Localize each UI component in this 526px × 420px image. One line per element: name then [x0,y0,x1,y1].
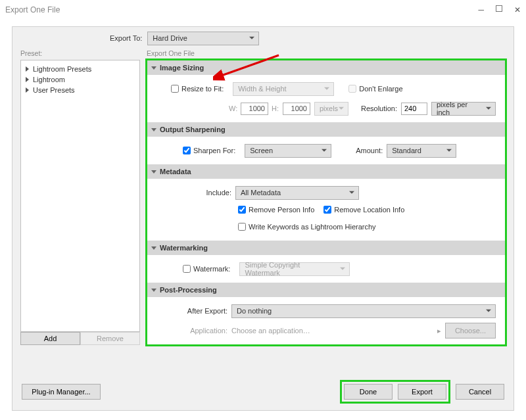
section-header-watermarking[interactable]: Watermarking [147,241,505,255]
section-title: Output Sharpening [160,126,226,133]
section-header-post-processing[interactable]: Post-Processing [147,283,505,297]
expand-icon [26,87,29,93]
remove-person-info-checkbox[interactable]: Remove Person Info [238,206,314,214]
choose-application-button[interactable]: Choose... [445,323,496,338]
section-header-metadata[interactable]: Metadata [147,164,505,179]
window-title: Export One File [5,5,60,14]
chevron-down-icon [446,149,452,152]
watermark-value: Simple Copyright Watermark [245,261,335,277]
resize-mode-dropdown[interactable]: Width & Height [233,82,334,96]
panel-label: Export One File [147,49,506,57]
expand-icon: ▸ [437,327,441,335]
preset-list[interactable]: Lightroom Presets Lightroom User Presets [20,60,140,332]
preset-item-lightroom[interactable]: Lightroom [24,74,137,85]
include-label: Include: [156,189,235,197]
collapse-icon [151,128,156,131]
cancel-button[interactable]: Cancel [456,384,504,400]
dont-enlarge-checkbox[interactable]: Don't Enlarge [348,85,402,93]
primary-buttons-highlight: Done Export [340,380,450,404]
after-export-label: After Export: [156,307,231,315]
resize-mode-value: Width & Height [238,85,286,93]
section-title: Image Sizing [160,64,204,72]
remove-preset-button[interactable]: Remove [80,332,140,345]
chevron-down-icon [340,268,345,270]
maximize-button[interactable] [496,5,502,12]
plugin-manager-button[interactable]: Plug-in Manager... [22,384,101,400]
height-label: H: [268,105,283,112]
preset-item-label: Lightroom Presets [33,65,91,73]
chevron-down-icon [486,310,491,312]
export-to-dropdown[interactable]: Hard Drive [147,32,259,45]
resolution-units-value: pixels per inch [437,101,481,116]
amount-label: Amount: [331,147,387,154]
resolution-input[interactable] [401,103,427,115]
include-value: All Metadata [241,189,281,197]
collapse-icon [151,170,156,174]
chevron-down-icon [324,87,329,90]
export-button[interactable]: Export [398,384,446,400]
include-dropdown[interactable]: All Metadata [235,186,359,200]
chevron-down-icon [486,107,491,110]
after-export-dropdown[interactable]: Do nothing [231,304,496,318]
section-title: Metadata [160,168,191,175]
amount-dropdown[interactable]: Standard [387,144,456,158]
preset-label: Preset: [20,49,140,57]
height-input[interactable] [283,103,310,115]
export-sections-panel: Image Sizing Resize to Fit: Width & Heig… [147,60,506,345]
width-label: W: [229,105,241,112]
application-label: Application: [156,327,231,335]
watermark-dropdown[interactable]: Simple Copyright Watermark [239,262,350,276]
amount-value: Standard [392,147,421,154]
minimize-button[interactable]: ─ [478,5,484,14]
chevron-down-icon [249,37,254,39]
export-to-value: Hard Drive [153,34,187,42]
section-title: Post-Processing [160,286,217,294]
sharpen-for-dropdown[interactable]: Screen [245,144,331,158]
preset-item-lightroom-presets[interactable]: Lightroom Presets [24,64,137,74]
chevron-down-icon [322,149,327,152]
write-keywords-checkbox[interactable]: Write Keywords as Lightroom Hierarchy [238,223,376,231]
section-header-output-sharpening[interactable]: Output Sharpening [147,122,505,137]
resize-to-fit-checkbox[interactable]: Resize to Fit: [171,85,224,93]
done-button[interactable]: Done [344,384,393,400]
preset-item-user-presets[interactable]: User Presets [24,85,137,95]
add-preset-button[interactable]: Add [20,332,80,345]
chevron-down-icon [349,191,354,194]
units-dropdown[interactable]: pixels [314,102,348,116]
collapse-icon [151,66,156,70]
width-input[interactable] [241,103,268,115]
collapse-icon [151,289,156,292]
units-value: pixels [320,105,338,112]
section-header-image-sizing[interactable]: Image Sizing [147,60,505,75]
resolution-units-dropdown[interactable]: pixels per inch [431,102,496,116]
preset-item-label: User Presets [33,86,75,94]
sharpen-value: Screen [250,147,273,154]
close-button[interactable]: ✕ [514,5,521,14]
expand-icon [26,66,29,72]
collapse-icon [151,246,156,250]
after-export-value: Do nothing [237,307,272,315]
sharpen-for-checkbox[interactable]: Sharpen For: [183,147,235,154]
expand-icon [26,77,29,82]
chevron-down-icon [339,107,344,110]
resolution-label: Resolution: [348,105,401,112]
section-title: Watermarking [160,244,208,252]
application-placeholder: Choose an application… [231,327,433,335]
export-to-label: Export To: [110,34,142,42]
preset-item-label: Lightroom [33,76,65,83]
remove-location-info-checkbox[interactable]: Remove Location Info [323,206,404,214]
watermark-checkbox[interactable]: Watermark: [183,265,230,273]
